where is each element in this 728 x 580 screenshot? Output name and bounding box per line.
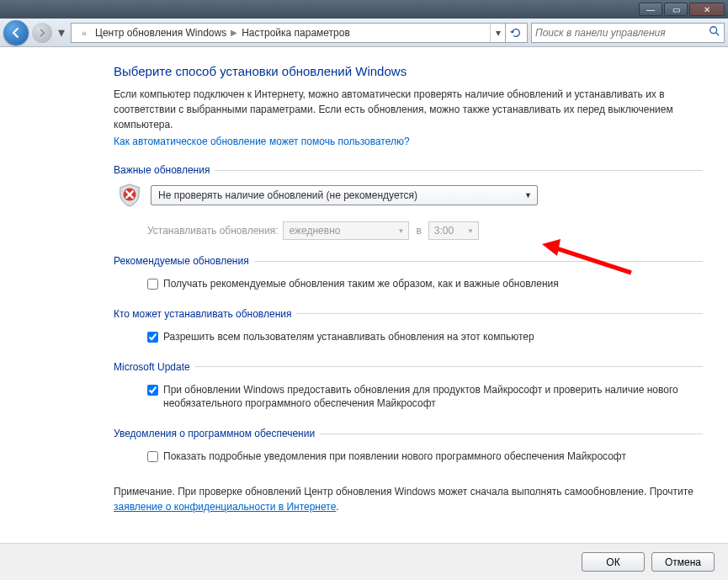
dialog-footer: ОК Отмена [0, 543, 728, 580]
titlebar: — ▭ ✕ [0, 0, 728, 19]
schedule-time-select: 3:00▼ [428, 221, 479, 240]
refresh-icon [510, 27, 522, 39]
help-link[interactable]: Как автоматическое обновление может помо… [114, 136, 410, 147]
group-legend: Важные обновления [114, 164, 703, 179]
msupdate-checkbox-row[interactable]: При обновлении Windows предоставить обно… [147, 381, 703, 413]
forward-button [32, 23, 52, 43]
breadcrumb-separator-icon: ▶ [228, 28, 240, 37]
dropdown-selected-label: Не проверять наличие обновлений (не реко… [158, 189, 417, 201]
chevron-down-icon: ▼ [524, 191, 532, 200]
navigation-bar: ▾ « Центр обновления Windows ▶ Настройка… [0, 19, 728, 47]
group-important-updates: Важные обновления Не проверять наличие о… [114, 164, 703, 245]
arrow-left-icon [9, 26, 23, 40]
chevron-down-icon: ▼ [467, 227, 474, 235]
recommended-checkbox-row[interactable]: Получать рекомендуемые обновления таким … [147, 275, 703, 293]
intro-text: Если компьютер подключен к Интернету, мо… [114, 87, 703, 132]
allow-users-checkbox[interactable] [147, 332, 158, 343]
back-button[interactable] [3, 20, 29, 45]
address-bar[interactable]: « Центр обновления Windows ▶ Настройка п… [71, 23, 528, 43]
group-legend: Microsoft Update [114, 361, 703, 376]
maximize-button[interactable]: ▭ [664, 3, 688, 16]
svg-line-1 [716, 33, 720, 36]
svg-point-0 [710, 27, 717, 34]
group-microsoft-update: Microsoft Update При обновлении Windows … [114, 361, 703, 418]
privacy-link[interactable]: заявление о конфиденциальности в Интерне… [114, 501, 336, 513]
recommended-checkbox[interactable] [147, 279, 158, 290]
content-area: Выберите способ установки обновлений Win… [0, 47, 728, 543]
minimize-button[interactable]: — [639, 3, 662, 16]
group-who-can-install: Кто может устанавливать обновления Разре… [114, 308, 703, 351]
checkbox-label: Разрешить всем пользователям устанавлива… [163, 330, 534, 344]
msupdate-checkbox[interactable] [147, 385, 158, 396]
history-dropdown[interactable]: ▾ [56, 24, 67, 41]
schedule-day-select: ежедневно▼ [283, 221, 409, 240]
update-mode-dropdown[interactable]: Не проверять наличие обновлений (не реко… [151, 185, 538, 205]
notify-checkbox[interactable] [147, 451, 158, 462]
location-back-icon: « [77, 25, 92, 40]
group-legend: Уведомления о программном обеспечении [114, 428, 703, 443]
chevron-down-icon: ▼ [398, 227, 405, 235]
at-label: в [416, 225, 421, 237]
breadcrumb: Центр обновления Windows ▶ Настройка пар… [95, 27, 490, 39]
notify-checkbox-row[interactable]: Показать подробные уведомления при появл… [147, 448, 703, 466]
search-input[interactable] [535, 27, 709, 39]
close-button[interactable]: ✕ [689, 3, 725, 16]
search-box[interactable] [531, 23, 725, 43]
checkbox-label: Получать рекомендуемые обновления таким … [163, 277, 559, 291]
group-legend: Рекомендуемые обновления [114, 255, 703, 270]
control-panel-window: — ▭ ✕ ▾ « Центр обновления Windows ▶ Нас… [0, 0, 728, 580]
group-software-notifications: Уведомления о программном обеспечении По… [114, 428, 703, 471]
footer-note: Примечание. При проверке обновлений Цент… [114, 484, 703, 514]
breadcrumb-item[interactable]: Настройка параметров [242, 27, 350, 39]
checkbox-label: Показать подробные уведомления при появл… [163, 450, 626, 464]
allow-users-checkbox-row[interactable]: Разрешить всем пользователям устанавлива… [147, 328, 703, 346]
checkbox-label: При обновлении Windows предоставить обно… [163, 383, 703, 412]
breadcrumb-item[interactable]: Центр обновления Windows [95, 27, 226, 39]
arrow-right-icon [37, 28, 47, 38]
refresh-button[interactable] [505, 24, 525, 42]
address-dropdown[interactable]: ▾ [490, 24, 505, 42]
schedule-label: Устанавливать обновления: [147, 225, 278, 237]
shield-alert-icon [117, 183, 142, 208]
search-icon[interactable] [709, 25, 720, 40]
group-recommended-updates: Рекомендуемые обновления Получать рекоме… [114, 255, 703, 298]
page-heading: Выберите способ установки обновлений Win… [114, 64, 703, 78]
schedule-row: Устанавливать обновления: ежедневно▼ в 3… [147, 221, 703, 240]
cancel-button[interactable]: Отмена [651, 552, 715, 572]
group-legend: Кто может устанавливать обновления [114, 308, 703, 323]
ok-button[interactable]: ОК [582, 552, 645, 572]
